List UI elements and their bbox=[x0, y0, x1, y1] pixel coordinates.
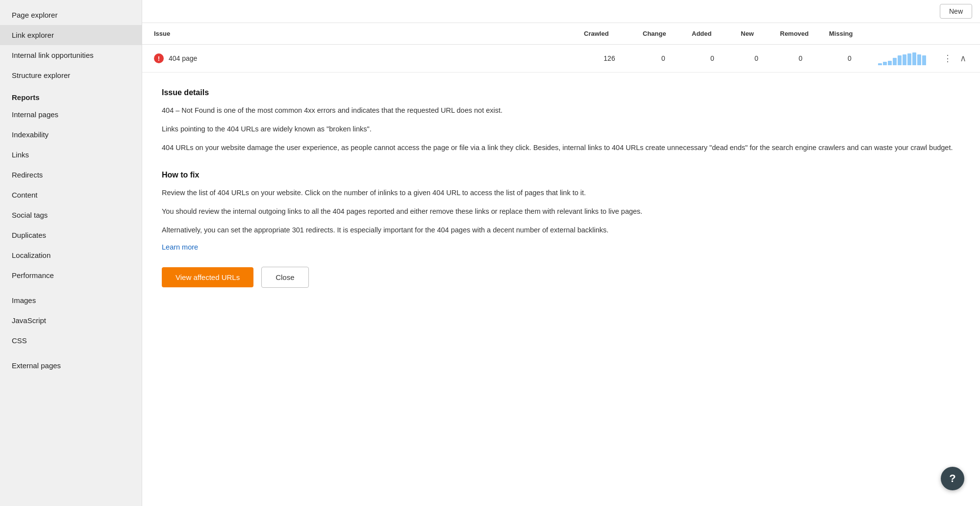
cell-missing: 0 bbox=[825, 51, 874, 65]
sidebar-section-reports-header: Reports bbox=[0, 85, 142, 104]
learn-more-link[interactable]: Learn more bbox=[162, 243, 198, 251]
sparkline-bar bbox=[888, 61, 892, 65]
cell-crawled: 126 bbox=[580, 51, 639, 65]
table-row: !404 page12600000⋮∧ bbox=[142, 45, 980, 73]
table-header-col8 bbox=[943, 28, 972, 39]
sparkline-bar bbox=[893, 58, 897, 65]
sidebar-item-localization[interactable]: Localization bbox=[0, 245, 142, 265]
sidebar: Page explorerLink explorerInternal link … bbox=[0, 0, 142, 506]
sidebar-item-css[interactable]: CSS bbox=[0, 330, 142, 351]
table-header: IssueCrawledChangeAddedNewRemovedMissing bbox=[142, 23, 980, 45]
table-header-Added: Added bbox=[688, 28, 737, 39]
detail-panel: Issue details 404 – Not Found is one of … bbox=[142, 73, 980, 307]
sidebar-item-links[interactable]: Links bbox=[0, 145, 142, 165]
table-header-New: New bbox=[737, 28, 776, 39]
how-to-fix-p2: You should review the internal outgoing … bbox=[162, 206, 960, 218]
sparkline-bar bbox=[917, 54, 921, 65]
table-header-Change: Change bbox=[639, 28, 688, 39]
cell-added: 0 bbox=[688, 51, 737, 65]
sidebar-divider bbox=[0, 351, 142, 355]
how-to-fix-p1: Review the list of 404 URLs on your webs… bbox=[162, 187, 960, 199]
sidebar-item-internal-link-opportunities[interactable]: Internal link opportunities bbox=[0, 45, 142, 65]
issue-details-title: Issue details bbox=[162, 88, 960, 97]
help-button[interactable]: ? bbox=[941, 467, 964, 490]
sparkline-bar bbox=[883, 62, 887, 65]
action-buttons: View affected URLs Close bbox=[162, 267, 960, 288]
sidebar-divider bbox=[0, 285, 142, 290]
close-button[interactable]: Close bbox=[261, 267, 308, 288]
sidebar-item-content[interactable]: Content bbox=[0, 185, 142, 205]
error-icon: ! bbox=[154, 53, 164, 63]
sparkline bbox=[878, 51, 939, 65]
sidebar-item-images[interactable]: Images bbox=[0, 290, 142, 310]
new-button[interactable]: New bbox=[940, 4, 972, 19]
sidebar-item-page-explorer[interactable]: Page explorer bbox=[0, 5, 142, 25]
table-header-Missing: Missing bbox=[825, 28, 874, 39]
issue-detail-p3: 404 URLs on your website damage the user… bbox=[162, 142, 960, 154]
sparkline-bar bbox=[907, 53, 911, 65]
sidebar-item-structure-explorer[interactable]: Structure explorer bbox=[0, 65, 142, 85]
how-to-fix-p3: Alternatively, you can set the appropria… bbox=[162, 225, 960, 236]
sparkline-bar bbox=[922, 55, 926, 65]
collapse-button[interactable]: ∧ bbox=[958, 53, 968, 64]
table-header-Crawled: Crawled bbox=[580, 28, 639, 39]
main-content: New IssueCrawledChangeAddedNewRemovedMis… bbox=[142, 0, 980, 506]
sidebar-item-external-pages[interactable]: External pages bbox=[0, 355, 142, 376]
more-options-button[interactable]: ⋮ bbox=[941, 53, 954, 64]
sparkline-bar bbox=[878, 63, 882, 65]
issue-detail-p1: 404 – Not Found is one of the most commo… bbox=[162, 105, 960, 117]
table-header-col7 bbox=[874, 28, 943, 39]
sidebar-item-redirects[interactable]: Redirects bbox=[0, 165, 142, 185]
sidebar-item-performance[interactable]: Performance bbox=[0, 265, 142, 285]
how-to-fix-title: How to fix bbox=[162, 171, 960, 179]
sparkline-bar bbox=[912, 52, 916, 65]
sidebar-item-link-explorer[interactable]: Link explorer bbox=[0, 25, 142, 45]
top-bar: New bbox=[142, 0, 980, 23]
cell-change: 0 bbox=[639, 51, 688, 65]
cell-new: 0 bbox=[737, 51, 776, 65]
sidebar-item-social-tags[interactable]: Social tags bbox=[0, 205, 142, 225]
sparkline-bar bbox=[903, 54, 906, 65]
issue-cell: !404 page bbox=[150, 51, 580, 66]
table-header-Removed: Removed bbox=[776, 28, 825, 39]
sidebar-item-indexability[interactable]: Indexability bbox=[0, 125, 142, 145]
sidebar-item-internal-pages[interactable]: Internal pages bbox=[0, 104, 142, 125]
sidebar-item-duplicates[interactable]: Duplicates bbox=[0, 225, 142, 245]
table-header-Issue: Issue bbox=[150, 28, 580, 39]
row-actions: ⋮∧ bbox=[943, 50, 972, 67]
cell-removed: 0 bbox=[776, 51, 825, 65]
sparkline-cell bbox=[874, 49, 943, 68]
sidebar-item-javascript[interactable]: JavaScript bbox=[0, 310, 142, 330]
view-affected-urls-button[interactable]: View affected URLs bbox=[162, 267, 253, 287]
issue-detail-p2: Links pointing to the 404 URLs are widel… bbox=[162, 124, 960, 135]
issue-label: 404 page bbox=[169, 54, 197, 62]
sparkline-bar bbox=[898, 55, 902, 65]
